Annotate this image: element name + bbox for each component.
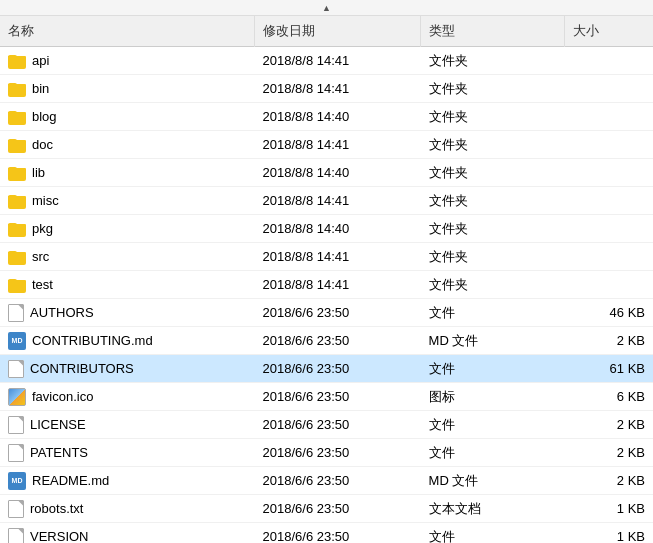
file-date-cell: 2018/6/6 23:50 bbox=[255, 299, 421, 327]
table-row[interactable]: doc2018/8/8 14:41文件夹 bbox=[0, 131, 653, 159]
file-size-cell bbox=[564, 187, 653, 215]
scroll-up-area[interactable]: ▲ bbox=[0, 0, 653, 16]
file-date-cell: 2018/6/6 23:50 bbox=[255, 495, 421, 523]
file-icon bbox=[8, 444, 24, 462]
file-date-cell: 2018/8/8 14:40 bbox=[255, 159, 421, 187]
col-header-name[interactable]: 名称 bbox=[0, 16, 255, 47]
table-row[interactable]: bin2018/8/8 14:41文件夹 bbox=[0, 75, 653, 103]
table-row[interactable]: lib2018/8/8 14:40文件夹 bbox=[0, 159, 653, 187]
file-table: 名称 修改日期 类型 大小 api2018/8/8 14:41文件夹bin201… bbox=[0, 16, 653, 543]
table-row[interactable]: robots.txt2018/6/6 23:50文本文档1 KB bbox=[0, 495, 653, 523]
file-type-cell: 文本文档 bbox=[421, 495, 565, 523]
file-name-cell: LICENSE bbox=[0, 411, 255, 439]
file-icon bbox=[8, 416, 24, 434]
table-row[interactable]: favicon.ico2018/6/6 23:50图标6 KB bbox=[0, 383, 653, 411]
file-type-cell: 文件夹 bbox=[421, 159, 565, 187]
file-name-cell: robots.txt bbox=[0, 495, 255, 523]
file-name-label: api bbox=[32, 53, 49, 68]
file-type-cell: 文件夹 bbox=[421, 243, 565, 271]
table-row[interactable]: test2018/8/8 14:41文件夹 bbox=[0, 271, 653, 299]
file-name-cell: doc bbox=[0, 131, 255, 159]
col-header-type[interactable]: 类型 bbox=[421, 16, 565, 47]
file-explorer: ▲ 名称 修改日期 类型 大小 api2018/8/8 14:41文件夹bin2… bbox=[0, 0, 653, 543]
file-name-cell: CONTRIBUTORS bbox=[0, 355, 255, 383]
file-date-cell: 2018/8/8 14:41 bbox=[255, 47, 421, 75]
file-size-cell: 2 KB bbox=[564, 411, 653, 439]
folder-icon bbox=[8, 137, 26, 153]
file-name-label: LICENSE bbox=[30, 417, 86, 432]
file-date-cell: 2018/6/6 23:50 bbox=[255, 411, 421, 439]
table-row[interactable]: misc2018/8/8 14:41文件夹 bbox=[0, 187, 653, 215]
file-date-cell: 2018/8/8 14:41 bbox=[255, 187, 421, 215]
table-row[interactable]: blog2018/8/8 14:40文件夹 bbox=[0, 103, 653, 131]
file-date-cell: 2018/6/6 23:50 bbox=[255, 355, 421, 383]
file-type-cell: MD 文件 bbox=[421, 327, 565, 355]
file-size-cell bbox=[564, 271, 653, 299]
folder-icon bbox=[8, 277, 26, 293]
table-row[interactable]: api2018/8/8 14:41文件夹 bbox=[0, 47, 653, 75]
file-date-cell: 2018/8/8 14:40 bbox=[255, 215, 421, 243]
file-date-cell: 2018/6/6 23:50 bbox=[255, 327, 421, 355]
file-name-label: favicon.ico bbox=[32, 389, 93, 404]
table-row[interactable]: PATENTS2018/6/6 23:50文件2 KB bbox=[0, 439, 653, 467]
file-name-cell: PATENTS bbox=[0, 439, 255, 467]
file-name-label: blog bbox=[32, 109, 57, 124]
file-name-label: README.md bbox=[32, 473, 109, 488]
table-row[interactable]: AUTHORS2018/6/6 23:50文件46 KB bbox=[0, 299, 653, 327]
file-size-cell bbox=[564, 103, 653, 131]
file-date-cell: 2018/6/6 23:50 bbox=[255, 439, 421, 467]
file-name-cell: api bbox=[0, 47, 255, 75]
file-name-cell: blog bbox=[0, 103, 255, 131]
file-name-cell: favicon.ico bbox=[0, 383, 255, 411]
col-header-date[interactable]: 修改日期 bbox=[255, 16, 421, 47]
file-date-cell: 2018/6/6 23:50 bbox=[255, 383, 421, 411]
file-icon bbox=[8, 304, 24, 322]
file-name-cell: MDREADME.md bbox=[0, 467, 255, 495]
table-row[interactable]: src2018/8/8 14:41文件夹 bbox=[0, 243, 653, 271]
table-row[interactable]: CONTRIBUTORS2018/6/6 23:50文件61 KB bbox=[0, 355, 653, 383]
file-name-label: CONTRIBUTORS bbox=[30, 361, 134, 376]
folder-icon bbox=[8, 165, 26, 181]
ico-icon bbox=[8, 388, 26, 406]
file-type-cell: 文件 bbox=[421, 439, 565, 467]
file-icon bbox=[8, 360, 24, 378]
file-size-cell bbox=[564, 47, 653, 75]
table-row[interactable]: MDCONTRIBUTING.md2018/6/6 23:50MD 文件2 KB bbox=[0, 327, 653, 355]
file-size-cell bbox=[564, 131, 653, 159]
file-type-cell: 图标 bbox=[421, 383, 565, 411]
file-type-cell: 文件夹 bbox=[421, 47, 565, 75]
file-type-cell: MD 文件 bbox=[421, 467, 565, 495]
file-date-cell: 2018/8/8 14:41 bbox=[255, 131, 421, 159]
file-size-cell: 6 KB bbox=[564, 383, 653, 411]
md-icon: MD bbox=[8, 472, 26, 490]
file-icon bbox=[8, 528, 24, 544]
file-name-cell: AUTHORS bbox=[0, 299, 255, 327]
folder-icon bbox=[8, 109, 26, 125]
file-name-cell: VERSION bbox=[0, 523, 255, 544]
file-name-cell: bin bbox=[0, 75, 255, 103]
file-size-cell: 2 KB bbox=[564, 467, 653, 495]
file-size-cell: 61 KB bbox=[564, 355, 653, 383]
file-size-cell: 1 KB bbox=[564, 495, 653, 523]
file-date-cell: 2018/6/6 23:50 bbox=[255, 523, 421, 544]
file-name-label: VERSION bbox=[30, 529, 89, 543]
file-type-cell: 文件 bbox=[421, 299, 565, 327]
file-name-label: test bbox=[32, 277, 53, 292]
table-row[interactable]: VERSION2018/6/6 23:50文件1 KB bbox=[0, 523, 653, 544]
file-type-cell: 文件夹 bbox=[421, 131, 565, 159]
table-row[interactable]: pkg2018/8/8 14:40文件夹 bbox=[0, 215, 653, 243]
table-row[interactable]: LICENSE2018/6/6 23:50文件2 KB bbox=[0, 411, 653, 439]
file-type-cell: 文件夹 bbox=[421, 215, 565, 243]
col-header-size[interactable]: 大小 bbox=[564, 16, 653, 47]
table-row[interactable]: MDREADME.md2018/6/6 23:50MD 文件2 KB bbox=[0, 467, 653, 495]
file-name-label: pkg bbox=[32, 221, 53, 236]
file-size-cell bbox=[564, 159, 653, 187]
table-header-row: 名称 修改日期 类型 大小 bbox=[0, 16, 653, 47]
file-icon bbox=[8, 500, 24, 518]
file-size-cell: 2 KB bbox=[564, 439, 653, 467]
file-name-label: robots.txt bbox=[30, 501, 83, 516]
file-name-cell: pkg bbox=[0, 215, 255, 243]
file-size-cell bbox=[564, 75, 653, 103]
file-name-label: misc bbox=[32, 193, 59, 208]
folder-icon bbox=[8, 193, 26, 209]
